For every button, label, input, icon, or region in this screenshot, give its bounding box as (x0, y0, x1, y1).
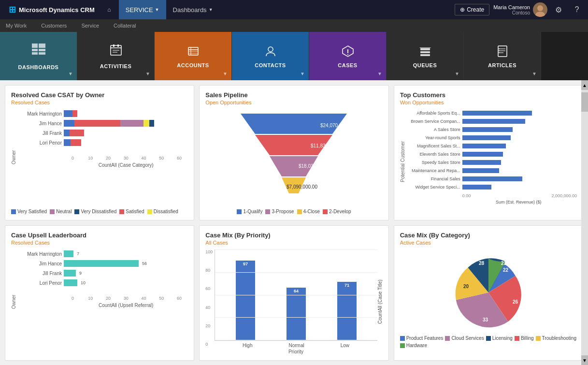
svg-rect-27 (498, 46, 507, 57)
service-chevron: ▼ (155, 7, 159, 12)
tile-dashboards[interactable]: DASHBOARDS ▼ (0, 32, 77, 80)
dashboards-tile-label: DASHBOARDS (18, 64, 59, 70)
accounts-dropdown[interactable]: ▼ (223, 71, 228, 76)
tile-accounts[interactable]: ACCOUNTS ▼ (155, 32, 232, 80)
priority-subtitle: All Cases (205, 240, 382, 246)
chart-funnel: Sales Pipeline Open Opportunities $24,07… (199, 85, 388, 220)
legend-satisfied: Satisfied (119, 209, 144, 214)
csat-chart-body: Owner Mark Harrington Jim Hance (11, 109, 188, 205)
legend-hardware: Hardware (400, 343, 427, 348)
category-pie: 22 26 33 20 28 (400, 249, 577, 354)
chart-upsell: Case Upsell Leaderboard Resolved Cases O… (5, 225, 194, 361)
dashboards-dropdown[interactable]: ▼ (68, 71, 73, 76)
help-button[interactable]: ? (570, 2, 584, 17)
queues-icon (418, 44, 432, 59)
funnel-body: $24,070,000.00 $11,830,000.00 $18,030,00… (205, 109, 382, 205)
cust-row: Financial Sales (407, 175, 577, 183)
legend-dissatisfied: Dissatisfied (147, 209, 178, 214)
home-button[interactable]: ⌂ (100, 0, 119, 19)
bar-jim-gold (143, 120, 149, 127)
section-customers: Customers (41, 23, 67, 29)
bar-high: 97 (225, 261, 266, 340)
avatar[interactable] (533, 2, 547, 17)
upsell-mark: Mark Harrington 7 (18, 249, 188, 258)
articles-dropdown[interactable]: ▼ (532, 71, 537, 76)
svg-text:21: 21 (501, 261, 507, 266)
pie-svg: 22 26 33 20 28 (440, 251, 537, 334)
dashboard-row-2: Case Upsell Leaderboard Resolved Cases O… (5, 225, 583, 361)
cust-row: A Sales Store (407, 126, 577, 133)
service-tab[interactable]: SERVICE ▼ (119, 0, 166, 19)
contacts-dropdown[interactable]: ▼ (300, 71, 305, 76)
user-info: Maria Cameron Contoso (493, 2, 547, 17)
svg-rect-7 (39, 52, 45, 55)
svg-rect-23 (420, 48, 430, 50)
articles-tile-label: ARTICLES (488, 62, 516, 68)
service-label: SERVICE (126, 6, 153, 14)
csat-bars: Mark Harrington Jim Hance (18, 109, 188, 205)
settings-button[interactable]: ⚙ (551, 2, 566, 17)
svg-rect-6 (32, 52, 38, 55)
top-nav: ⊞ Microsoft Dynamics CRM ⌂ SERVICE ▼ Das… (0, 0, 588, 19)
topcust-y-axis: Potential Customer (400, 109, 405, 214)
bar-jill-blue (64, 130, 70, 136)
bar-label-lori: Lori Penor (18, 140, 62, 146)
activities-dropdown[interactable]: ▼ (145, 71, 150, 76)
priority-y-label: CountAll (Case Title) (377, 249, 383, 354)
bar-row-mark: Mark Harrington (18, 109, 188, 118)
cust-row: Magnificent Sales St... (407, 142, 577, 150)
bar-label-jim: Jim Hance (18, 121, 62, 126)
svg-point-31 (499, 48, 500, 49)
section-collateral: Collateral (114, 23, 136, 29)
bar-jim-purple (120, 120, 143, 127)
queues-dropdown[interactable]: ▼ (455, 71, 459, 76)
csat-x-label: CountAll (Case Category) (64, 162, 188, 168)
brand-label: Microsoft Dynamics CRM (19, 6, 95, 14)
bar-low: 71 (327, 282, 368, 340)
svg-rect-4 (32, 49, 38, 51)
dashboards-label: Dashboards (173, 6, 207, 14)
category-subtitle: Active Cases (400, 240, 577, 246)
scroll-thumb[interactable] (581, 92, 588, 112)
svg-text:26: 26 (513, 299, 518, 305)
create-icon: ⊕ (460, 6, 465, 13)
dashboards-tab[interactable]: Dashboards ▼ (166, 0, 220, 19)
tile-contacts[interactable]: CONTACTS ▼ (232, 32, 309, 80)
upsell-body: Owner Mark Harrington 7 Jim Hance 56 Jil… (11, 249, 188, 354)
csat-subtitle: Resolved Cases (11, 100, 188, 105)
svg-text:$11,830,000.00: $11,830,000.00 (311, 143, 344, 148)
upsell-jim: Jim Hance 56 (18, 259, 188, 268)
bar-lori-red (71, 139, 81, 146)
priority-title: Case Mix (By Priority) (205, 232, 382, 239)
legend-billing: Billing (515, 336, 534, 341)
brand[interactable]: ⊞ Microsoft Dynamics CRM (4, 4, 100, 15)
topcust-bars: Affordable Sports Eq... Brown Service Co… (407, 109, 577, 214)
funnel-legend: 1-Qualify 3-Propose 4-Close 2-Develop (205, 209, 382, 214)
tile-cases[interactable]: CASES ▼ (309, 32, 387, 80)
upsell-x-label: CountAll (Upsell Referral) (64, 303, 188, 308)
scrollbar[interactable]: ▲ ▼ (581, 80, 588, 365)
bar-jim-blue (64, 120, 74, 127)
scroll-down[interactable]: ▼ (581, 355, 588, 365)
bar-jim-darkblue (149, 120, 154, 127)
tile-queues[interactable]: QUEUES ▼ (387, 32, 464, 80)
svg-text:$24,070,000.00: $24,070,000.00 (320, 123, 352, 128)
svg-rect-24 (420, 51, 430, 53)
csat-legend: Very Satisfied Neutral Very Dissatisfied… (11, 209, 188, 214)
topcust-title: Top Customers (400, 91, 577, 99)
svg-rect-5 (39, 49, 45, 51)
create-label: Create (467, 6, 484, 13)
tile-activities[interactable]: ACTIVITIES ▼ (77, 32, 155, 80)
svg-text:20: 20 (463, 284, 469, 289)
tile-articles[interactable]: ARTICLES ▼ (464, 32, 541, 80)
cases-dropdown[interactable]: ▼ (377, 71, 382, 76)
priority-y-axis: 100 80 60 40 20 0 (205, 249, 215, 354)
svg-point-22 (347, 54, 348, 55)
upsell-jill: Jill Frank 9 (18, 269, 188, 277)
module-tiles: DASHBOARDS ▼ ACTIVITIES ▼ (0, 32, 588, 80)
bar-label-jill: Jill Frank (18, 131, 62, 136)
create-button[interactable]: ⊕ Create (455, 4, 489, 15)
scroll-up[interactable]: ▲ (581, 80, 588, 90)
cust-row: Widget Service Speci... (407, 183, 577, 191)
dashboard-area: Resolved Case CSAT by Owner Resolved Cas… (0, 80, 588, 365)
